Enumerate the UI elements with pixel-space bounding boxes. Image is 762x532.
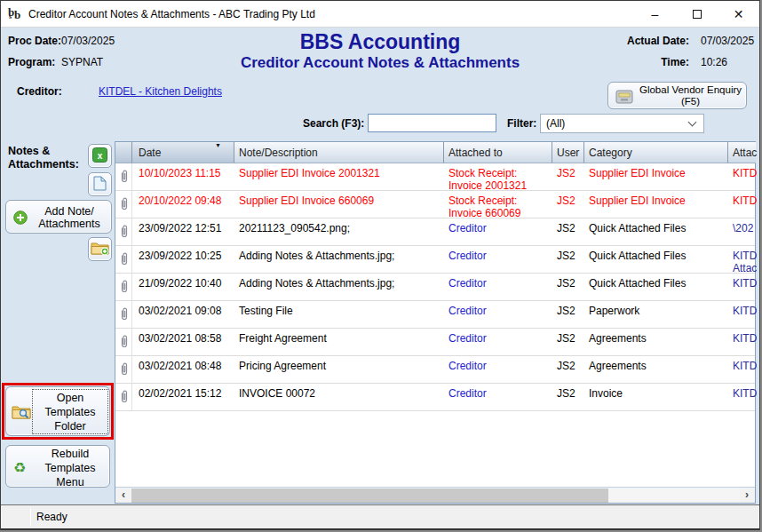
- cell-attached-to[interactable]: Creditor: [444, 329, 552, 356]
- column-header-attached-to[interactable]: Attached to: [444, 142, 552, 163]
- bbs-app-icon: bbs: [8, 5, 24, 22]
- filter-label: Filter:: [507, 117, 536, 130]
- cell-user: JS2: [552, 218, 584, 246]
- actual-date-label: Actual Date:: [614, 35, 689, 47]
- column-header-date[interactable]: Date▼: [132, 142, 234, 163]
- cell-attachment-path: KITD: [728, 163, 757, 191]
- close-button[interactable]: ✕: [718, 1, 759, 28]
- cell-attached-to[interactable]: Stock Receipt:Invoice 2001321: [444, 163, 552, 191]
- scroll-right-icon[interactable]: ›: [740, 488, 754, 503]
- cell-category: Quick Attached Files: [584, 246, 728, 274]
- minimize-icon: –: [652, 7, 659, 21]
- cell-date: 03/02/2021 09:08: [132, 301, 234, 329]
- title-bar: bbs Creditor Account Notes & Attachments…: [1, 1, 759, 28]
- maximize-button[interactable]: [676, 1, 718, 28]
- cell-attachment-path: KITD: [728, 191, 757, 218]
- table-row[interactable]: 23/09/2022 10:25 Adding Notes & Attachme…: [115, 246, 755, 274]
- horizontal-scrollbar[interactable]: ‹ ›: [115, 487, 755, 503]
- cell-note-description: INVOICE 00072: [234, 384, 444, 411]
- cell-attachment-path: KITD: [728, 356, 757, 384]
- notes-attachments-label: Notes & Attachments:: [8, 145, 90, 171]
- minimize-button[interactable]: –: [634, 1, 676, 28]
- cell-user: JS2: [552, 384, 584, 411]
- scrollbar-thumb[interactable]: [131, 488, 608, 503]
- cell-note-description: Pricing Agreement: [234, 356, 444, 384]
- cell-attached-to[interactable]: Creditor: [444, 301, 552, 329]
- column-header-attachment-path[interactable]: Attac: [728, 142, 756, 163]
- paperclip-icon: [115, 329, 132, 356]
- table-row[interactable]: 21/09/2022 10:40 Adding Notes & Attachme…: [115, 274, 755, 301]
- sort-descending-icon: ▼: [215, 142, 221, 148]
- time-label: Time:: [614, 56, 689, 68]
- add-note-attachments-button[interactable]: Add Note/ Attachments: [5, 200, 112, 234]
- cell-date: 10/10/2023 11:15: [132, 163, 234, 191]
- paperclip-icon: [115, 163, 132, 191]
- paperclip-icon: [115, 191, 132, 218]
- cell-attached-to[interactable]: Creditor: [444, 356, 552, 384]
- cell-note-description: 20211123_090542.png;: [234, 218, 444, 246]
- cell-user: JS2: [552, 356, 584, 384]
- status-bar: Ready: [1, 504, 759, 528]
- table-row[interactable]: 10/10/2023 11:15 Supplier EDI Invoice 20…: [115, 163, 755, 191]
- cell-category: Invoice: [584, 384, 728, 411]
- cell-attachment-path: KITDAttac: [728, 246, 757, 274]
- recycle-icon: ♻: [13, 459, 26, 476]
- document-icon: [93, 176, 107, 194]
- search-input[interactable]: [368, 114, 496, 132]
- paperclip-icon: [115, 384, 132, 411]
- paperclip-icon: [115, 274, 132, 301]
- cell-category: Paperwork: [584, 301, 728, 329]
- cell-attached-to[interactable]: Creditor: [444, 218, 552, 246]
- actual-date-value: 07/03/2025: [701, 35, 754, 47]
- cell-attachment-path: KITD: [728, 274, 757, 301]
- cell-date: 20/10/2022 09:48: [132, 191, 234, 218]
- table-row[interactable]: 03/02/2021 08:58 Freight Agreement Credi…: [115, 329, 755, 356]
- creditor-link[interactable]: KITDEL - Kitchen Delights: [99, 85, 222, 98]
- cell-note-description: Freight Agreement: [234, 329, 444, 356]
- cell-attachment-path: KITD: [728, 329, 757, 356]
- cell-attached-to[interactable]: Stock Receipt:Invoice 660069: [444, 191, 552, 218]
- cell-date: 23/09/2022 10:25: [132, 246, 234, 274]
- table-row[interactable]: 03/02/2021 08:48 Pricing Agreement Credi…: [115, 356, 755, 384]
- table-row[interactable]: 20/10/2022 09:48 Supplier EDI Invoice 66…: [115, 191, 755, 218]
- add-note-label-line1: Add Note/: [44, 205, 94, 218]
- global-vendor-enquiry-button[interactable]: Global Vendor Enquiry (F5): [607, 82, 747, 109]
- cell-date: 02/02/2021 15:12: [132, 384, 234, 411]
- cell-category: Quick Attached Files: [584, 274, 728, 301]
- cell-note-description: Adding Notes & Attachments.jpg;: [234, 274, 444, 301]
- excel-icon: x: [92, 147, 107, 165]
- table-row[interactable]: 23/09/2022 12:51 20211123_090542.png; Cr…: [115, 218, 755, 246]
- cell-attached-to[interactable]: Creditor: [444, 274, 552, 301]
- table-row[interactable]: 03/02/2021 09:08 Testing File Creditor J…: [115, 301, 755, 329]
- cell-note-description: Supplier EDI Invoice 2001321: [234, 163, 444, 191]
- cell-attached-to[interactable]: Creditor: [444, 246, 552, 274]
- filter-selected-value: (All): [546, 117, 565, 130]
- cell-category: Agreements: [584, 356, 728, 384]
- close-icon: ✕: [734, 7, 744, 21]
- folder-search-icon: [12, 404, 31, 423]
- paperclip-icon: [115, 246, 132, 274]
- cell-note-description: Testing File: [234, 301, 444, 329]
- status-separator: [30, 508, 31, 526]
- attach-folder-button[interactable]: [88, 237, 112, 261]
- notes-table-panel: Date▼ Note/Description Attached to User …: [115, 141, 756, 504]
- column-header-attachment[interactable]: [115, 142, 132, 163]
- cell-date: 03/02/2021 08:58: [132, 329, 234, 356]
- cell-user: JS2: [552, 301, 584, 329]
- table-row[interactable]: 02/02/2021 15:12 INVOICE 00072 Creditor …: [115, 384, 755, 411]
- cell-attachment-path: KITD: [728, 301, 757, 329]
- time-value: 10:26: [701, 56, 727, 68]
- column-header-note-description[interactable]: Note/Description: [234, 142, 444, 163]
- cell-date: 21/09/2022 10:40: [132, 274, 234, 301]
- column-header-category[interactable]: Category: [584, 142, 728, 163]
- filter-dropdown[interactable]: (All): [540, 114, 704, 133]
- cell-attached-to[interactable]: Creditor: [444, 384, 552, 411]
- column-header-user[interactable]: User: [552, 142, 584, 163]
- scroll-left-icon[interactable]: ‹: [116, 488, 131, 503]
- paperclip-icon: [115, 301, 132, 329]
- svg-text:x: x: [98, 150, 103, 160]
- open-templates-folder-button[interactable]: Open Templates Folder: [5, 386, 110, 436]
- export-excel-button[interactable]: x: [88, 144, 112, 168]
- rebuild-templates-menu-button[interactable]: ♻ Rebuild Templates Menu: [5, 445, 110, 488]
- new-document-button[interactable]: [88, 172, 112, 196]
